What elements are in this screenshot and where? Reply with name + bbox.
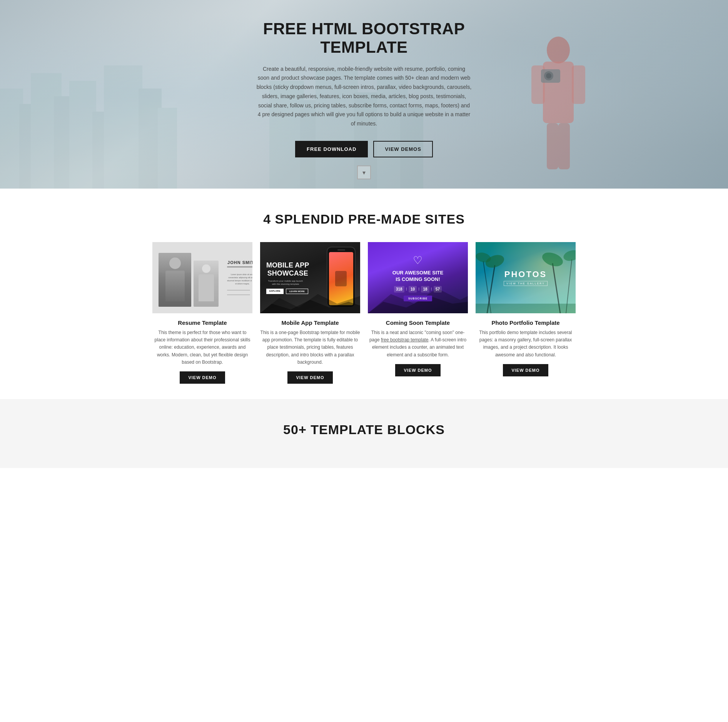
resume-card-desc: This theme is perfect for those who want… (152, 329, 252, 366)
counter-minutes: 18 (421, 286, 429, 292)
resume-preview-inner: JOHN SMITH Lorem ipsum dolor sit amet co… (152, 242, 252, 313)
hero-person-svg (520, 27, 597, 189)
blocks-section: 50+ TEMPLATE BLOCKS (0, 399, 728, 468)
svg-rect-6 (104, 65, 142, 189)
counter-sep-3: : (431, 286, 432, 292)
coming-soon-view-demo-button[interactable]: VIEW DEMO (395, 364, 440, 376)
svg-point-23 (546, 73, 551, 79)
hero-title: FREE HTML BOOTSTRAP TEMPLATE (256, 20, 472, 57)
coming-soon-card-title: Coming Soon Template (386, 319, 450, 326)
resume-card-title: Resume Template (178, 319, 227, 326)
coming-soon-headline: OUR AWESOME SITEIS COMING SOON! (392, 270, 443, 283)
mobile-view-demo-button[interactable]: VIEW DEMO (287, 371, 332, 384)
resume-preview: JOHN SMITH Lorem ipsum dolor sit amet co… (152, 242, 252, 313)
premade-section-title: 4 SPLENDID PRE-MADE SITES (8, 212, 720, 227)
card-photo: PHOTOS VIEW THE GALLERY Photo Portfolio … (476, 242, 576, 384)
hero-content: FREE HTML BOOTSTRAP TEMPLATE Create a be… (249, 20, 479, 169)
mobile-app-headline: MOBILE APPSHOWCASE (266, 261, 309, 278)
coming-soon-card-desc: This is a neat and laconic "coming soon"… (368, 329, 468, 359)
resume-line-1 (227, 290, 250, 291)
photo-portfolio-title: PHOTOS (504, 269, 548, 279)
counter-sep-1: : (406, 286, 407, 292)
hero-description: Create a beautiful, responsive, mobile-f… (256, 65, 472, 129)
card-resume: JOHN SMITH Lorem ipsum dolor sit amet co… (152, 242, 252, 384)
counter-seconds: 57 (434, 286, 442, 292)
resume-view-demo-button[interactable]: VIEW DEMO (180, 371, 225, 384)
scroll-down-button[interactable]: ▾ (357, 165, 371, 179)
svg-rect-18 (572, 65, 585, 104)
mobile-preview-text: MOBILE APPSHOWCASE Transform your mobile… (266, 261, 309, 294)
card-mobile: MOBILE APPSHOWCASE Transform your mobile… (260, 242, 360, 384)
premade-section: 4 SPLENDID PRE-MADE SITES (0, 189, 728, 399)
svg-rect-20 (558, 123, 570, 169)
mobile-preview: MOBILE APPSHOWCASE Transform your mobile… (260, 242, 360, 313)
photo-preview: PHOTOS VIEW THE GALLERY (476, 242, 576, 313)
free-bootstrap-link[interactable]: free bootstrap template (381, 337, 428, 343)
resume-text-content: JOHN SMITH Lorem ipsum dolor sit amet co… (225, 260, 252, 295)
svg-rect-4 (69, 81, 96, 189)
counter-sep-2: : (418, 286, 419, 292)
counter-hours: 10 (409, 286, 417, 292)
svg-point-35 (562, 249, 576, 263)
counter-days: 318 (394, 286, 404, 292)
mobile-card-title: Mobile App Template (281, 319, 339, 326)
svg-point-15 (547, 37, 570, 64)
svg-rect-36 (476, 304, 576, 313)
photo-text-content: PHOTOS VIEW THE GALLERY (504, 269, 548, 286)
chevron-down-icon: ▾ (362, 169, 366, 176)
photo-card-title: Photo Portfolio Template (491, 319, 559, 326)
svg-rect-8 (158, 108, 177, 189)
blocks-section-title: 50+ TEMPLATE BLOCKS (8, 422, 720, 437)
resume-name-label: JOHN SMITH (227, 260, 252, 265)
photo-card-desc: This portfolio demo template includes se… (476, 329, 576, 359)
download-button[interactable]: FREE DOWNLOAD (295, 141, 368, 157)
resume-line-2 (227, 294, 250, 295)
mobile-card-desc: This is a one-page Bootstrap template fo… (260, 329, 360, 366)
hero-buttons: FREE DOWNLOAD VIEW DEMOS (256, 141, 472, 157)
card-coming-soon: ♡ OUR AWESOME SITEIS COMING SOON! 318 : … (368, 242, 468, 384)
countdown-counter: 318 : 10 : 18 : 57 (394, 286, 442, 292)
svg-rect-19 (547, 123, 558, 169)
photo-gallery-link: VIEW THE GALLERY (504, 281, 548, 286)
cards-grid: JOHN SMITH Lorem ipsum dolor sit amet co… (152, 242, 576, 384)
photo-view-demo-button[interactable]: VIEW DEMO (503, 364, 548, 376)
resume-divider (227, 266, 252, 267)
view-demos-button[interactable]: VIEW DEMOS (373, 141, 433, 157)
coming-soon-preview: ♡ OUR AWESOME SITEIS COMING SOON! 318 : … (368, 242, 468, 313)
hero-section: FREE HTML BOOTSTRAP TEMPLATE Create a be… (0, 0, 728, 189)
mobile-app-subtext: Transform your mobile app launch with th… (266, 279, 305, 286)
heart-icon: ♡ (413, 254, 422, 267)
